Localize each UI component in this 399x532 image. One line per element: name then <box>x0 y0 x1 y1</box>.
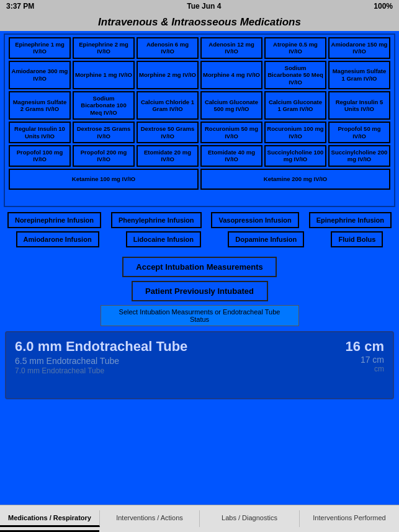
med-btn-3-2[interactable]: Dextrose 50 Grams IV/IO <box>137 122 199 143</box>
select-intubation-label: Select Intubation Measurments or Endotra… <box>101 305 299 326</box>
med-btn-0-3[interactable]: Adenosin 12 mg IV/IO <box>200 37 262 59</box>
infusion-btn-0-0[interactable]: Norepinephrine Infusion <box>7 212 101 228</box>
med-btn-5-1[interactable]: Ketamine 200 mg IV/IO <box>200 169 390 190</box>
med-btn-1-5[interactable]: Magnesium Sulfate 1 Gram IV/IO <box>328 61 390 89</box>
accept-section: Accept Intubation Measurements Patient P… <box>0 253 399 329</box>
med-btn-4-2[interactable]: Etomidate 20 mg IV/IO <box>137 145 199 167</box>
med-btn-4-3[interactable]: Etomidate 40 mg IV/IO <box>200 145 262 167</box>
accept-intubation-button[interactable]: Accept Intubation Measurements <box>122 257 276 277</box>
med-btn-4-5[interactable]: Succinylcholine 200 mg IV/IO <box>328 145 390 167</box>
med-btn-1-3[interactable]: Morphine 4 mg IV/IO <box>200 61 262 89</box>
med-btn-4-1[interactable]: Propofol 200 mg IV/IO <box>73 145 135 167</box>
med-btn-3-0[interactable]: Regular Insulin 10 Units IV/IO <box>9 122 71 143</box>
bottom-tabs: Medications / RespiratoryInterventions /… <box>0 505 399 532</box>
med-btn-3-3[interactable]: Rocuronium 50 mg IV/IO <box>200 122 262 143</box>
infusion-row-2: Amiodarone InfusionLidocaine InfusionDop… <box>4 231 395 247</box>
infusion-btn-1-3[interactable]: Fluid Bolus <box>331 231 383 247</box>
status-time: 3:37 PM <box>6 2 34 11</box>
med-btn-4-4[interactable]: Succinylcholine 100 mg IV/IO <box>264 145 326 167</box>
tube-primary: 6.0 mm Endotracheal Tube <box>15 339 187 355</box>
med-btn-4-0[interactable]: Propofol 100 mg IV/IO <box>9 145 71 167</box>
infusion-btn-1-0[interactable]: Amiodarone Infusion <box>16 231 99 247</box>
tube-secondary: 6.5 mm Endotracheal Tube <box>15 356 187 366</box>
page-title: Intravenous & Intraosseous Medications <box>0 12 399 31</box>
infusion-section: Norepinephrine InfusionPhenylephrine Inf… <box>0 210 399 253</box>
med-btn-2-3[interactable]: Calcium Gluconate 500 mg IV/IO <box>200 91 262 120</box>
med-btn-3-1[interactable]: Dextrose 25 Grams IV/IO <box>73 122 135 143</box>
status-bar: 3:37 PM Tue Jun 4 100% <box>0 0 399 12</box>
tube-tertiary: 7.0 mm Endotracheal Tube <box>15 366 187 375</box>
med-btn-2-4[interactable]: Calcium Gluconate 1 Gram IV/IO <box>264 91 326 120</box>
medication-grid: Epinephrine 1 mg IV/IOEpinephrine 2 mg I… <box>4 33 395 207</box>
med-btn-0-2[interactable]: Adenosin 6 mg IV/IO <box>137 37 199 59</box>
med-btn-2-1[interactable]: Sodium Bicarbonate 100 Meq IV/IO <box>73 91 135 120</box>
status-battery: 100% <box>374 2 393 11</box>
infusion-btn-1-1[interactable]: Lidocaine Infusion <box>126 231 201 247</box>
med-btn-1-2[interactable]: Morphine 2 mg IV/IO <box>137 61 199 89</box>
med-btn-0-0[interactable]: Epinephrine 1 mg IV/IO <box>9 37 71 59</box>
med-btn-0-5[interactable]: Amiodarone 150 mg IV/IO <box>328 37 390 59</box>
tube-cm-primary: 16 cm <box>346 339 384 355</box>
infusion-btn-0-1[interactable]: Phenylephrine Infusion <box>111 212 202 228</box>
infusion-btn-1-2[interactable]: Dopamine Infusion <box>228 231 304 247</box>
med-btn-5-0[interactable]: Ketamine 100 mg IV/IO <box>9 169 199 190</box>
tab-2[interactable]: Labs / Diagnostics <box>200 510 300 527</box>
med-row-0: Epinephrine 1 mg IV/IOEpinephrine 2 mg I… <box>9 37 390 59</box>
status-date: Tue Jun 4 <box>187 2 221 11</box>
tube-cm-tertiary: cm <box>346 365 384 373</box>
med-btn-0-1[interactable]: Epinephrine 2 mg IV/IO <box>73 37 135 59</box>
tube-display-box: 6.0 mm Endotracheal Tube 6.5 mm Endotrac… <box>5 331 394 399</box>
med-row-3: Regular Insulin 10 Units IV/IODextrose 2… <box>9 122 390 143</box>
med-btn-3-5[interactable]: Propofol 50 mg IV/IO <box>328 122 390 143</box>
med-row-1: Amiodarone 300 mg IV/IOMorphine 1 mg IV/… <box>9 61 390 89</box>
tab-3[interactable]: Interventions Performed <box>300 510 399 527</box>
infusion-btn-0-2[interactable]: Vasopression Infusion <box>211 212 298 228</box>
infusion-btn-0-3[interactable]: Epinephrine Infusion <box>309 212 392 228</box>
med-row-2: Magnesium Sulfate 2 Grams IV/IOSodium Bi… <box>9 91 390 120</box>
med-row-4: Propofol 100 mg IV/IOPropofol 200 mg IV/… <box>9 145 390 167</box>
med-row-5: Ketamine 100 mg IV/IOKetamine 200 mg IV/… <box>9 169 390 190</box>
med-btn-0-4[interactable]: Atropine 0.5 mg IV/IO <box>264 37 326 59</box>
infusion-row-1: Norepinephrine InfusionPhenylephrine Inf… <box>4 212 395 228</box>
med-btn-1-0[interactable]: Amiodarone 300 mg IV/IO <box>9 61 71 89</box>
med-btn-2-0[interactable]: Magnesium Sulfate 2 Grams IV/IO <box>9 91 71 120</box>
tab-0[interactable]: Medications / Respiratory <box>0 510 100 527</box>
med-btn-3-4[interactable]: Rocuronium 100 mg IV/IO <box>264 122 326 143</box>
med-btn-2-5[interactable]: Regular Insulin 5 Units IV/IO <box>328 91 390 120</box>
tab-1[interactable]: Interventions / Actions <box>100 510 200 527</box>
med-btn-1-1[interactable]: Morphine 1 mg IV/IO <box>73 61 135 89</box>
med-btn-2-2[interactable]: Calcium Chloride 1 Gram IV/IO <box>137 91 199 120</box>
med-btn-1-4[interactable]: Sodium Bicarbonate 50 Meq IV/IO <box>264 61 326 89</box>
tube-cm-secondary: 17 cm <box>346 355 384 365</box>
patient-previously-intubated-button[interactable]: Patient Previously Intubated <box>132 281 268 301</box>
